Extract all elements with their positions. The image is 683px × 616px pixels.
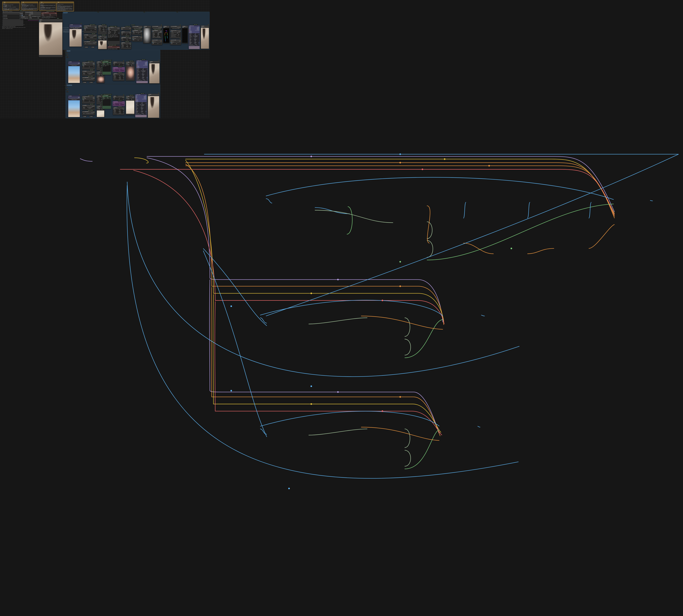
body-dw-pose-input-图像[interactable]: 图像: [152, 31, 154, 32]
checkpoint-loader-collapse-dot-icon[interactable]: [25, 12, 25, 13]
body-da-depth-widget-模型名称[interactable]: ◂ 模型名称depth_anything_vitl14.pth▸: [132, 32, 142, 33]
body-dw-pose-output-dot-图像[interactable]: [162, 31, 162, 32]
body-detailer-input-VAE[interactable]: VAE: [189, 30, 192, 30]
face-load-image[interactable]: 加载图像图像遮罩rom_below1girl_model_action_solo…: [68, 61, 80, 83]
face-gdino-loader-output-G-Dino模型[interactable]: G-Dino模型: [91, 78, 95, 79]
face-detailer-widget-inpaint_model[interactable]: inpaint_modeldisabled: [136, 79, 148, 80]
face-seg-preview-2-output-dot-IMAGE[interactable]: [134, 63, 134, 64]
hands-detailer-input-dot-VAE[interactable]: [135, 99, 136, 99]
body-detailer-output-dot-图像[interactable]: [199, 27, 199, 27]
hands-preview-collapsed[interactable]: 预览图像: [83, 116, 87, 117]
face-gdinosam-widget-阈值[interactable]: ◂ 阈值0.30▸: [82, 67, 95, 67]
widget-toggle-knob[interactable]: [199, 34, 199, 35]
body-anyline-widget-lineart_upper_boun[interactable]: ◂ lineart_upper_bound1.00▸: [171, 35, 181, 35]
reroute-in-dot[interactable]: [65, 85, 65, 86]
hands-gdino-loader-widget-模型名称[interactable]: ◂ 模型名称GroundingDINO_SwinT_OGC (694MB)▸: [82, 113, 95, 114]
body-detailer-widget-羽化[interactable]: ◂ 羽化14▸: [189, 41, 199, 42]
face-seg-preview-1-collapse-dot-icon[interactable]: [97, 72, 98, 72]
body-detailer-widget-noise_mask_feather[interactable]: ◂ noise_mask_feather20▸: [189, 45, 199, 46]
widget-step-arrow-icon[interactable]: ▸: [161, 36, 162, 37]
body-cn-apply-depth-input-dot-ControlNet[interactable]: [132, 38, 133, 39]
hands-gdino-loader[interactable]: segment anythingG-Dino模型加载器G-Dino模型◂ 模型名…: [82, 111, 95, 115]
body-seg-preview-1-widget-alpha_mode[interactable]: alpha_modedisable: [98, 39, 107, 40]
body-gdinosam-input-G-Dino模型[interactable]: G-Dino模型: [84, 27, 88, 28]
face-gdinosam-input-SAM模型[interactable]: SAM模型: [82, 63, 86, 64]
face-gdino-loader-output-dot-G-Dino模型[interactable]: [94, 79, 95, 79]
widget-toggle-knob[interactable]: [147, 80, 147, 80]
body-detailer-input-dot-图像[interactable]: [189, 27, 189, 27]
face-mask-to-seg-2-input-dot-遮罩[interactable]: [113, 74, 114, 75]
widget-step-arrow-icon[interactable]: ▸: [146, 112, 146, 113]
hands-load-image-output-dot-遮罩[interactable]: [79, 98, 80, 98]
hands-detailer-widget-CFG[interactable]: ◂ CFG6.0▸: [135, 107, 147, 108]
body-mask-blur-collapse-dot-icon[interactable]: [121, 37, 122, 38]
widget-toggle-knob[interactable]: [130, 46, 131, 47]
lora-loader-collapse-dot-icon[interactable]: [29, 14, 29, 14]
face-mask-expand-output-遮罩[interactable]: 遮罩: [122, 63, 124, 64]
body-dw-pose[interactable]: ComfyUI's ControlNet Au..DW姿态预处理器图像图像姿态关…: [152, 30, 162, 39]
body-mask-to-seg-2-widget-最小尺寸[interactable]: ◂ 最小尺寸10▸: [121, 47, 131, 47]
body-detailer-widget-调度器[interactable]: ◂ 调度器karras▸: [189, 40, 199, 40]
face-preview-final-collapse-dot-icon[interactable]: [149, 62, 150, 62]
widget-step-arrow-icon[interactable]: ▸: [56, 15, 56, 16]
hands-seg-preview-1-input-Seg[interactable]: Seg: [97, 107, 100, 108]
face-detailer-output-ControlNet图像[interactable]: ControlNet图像: [143, 65, 148, 66]
hands-detailer-widget-随机种[interactable]: ◂ 随机种756797224858905▸: [135, 105, 147, 105]
hands-mask-expand-widget-倒角[interactable]: 倒角true: [113, 99, 124, 100]
hands-seg-preview-2-output-IMAGE[interactable]: IMAGE: [132, 97, 134, 98]
face-detailer-output-裁剪图像[interactable]: 裁剪图像: [143, 62, 148, 63]
body-mask-to-seg-2-input-遮罩[interactable]: 遮罩: [121, 44, 123, 44]
face-load-image-output-图像[interactable]: 图像: [78, 63, 80, 63]
body-detailer-widget-仅生成遮罩[interactable]: 仅生成遮罩enabled: [189, 42, 199, 43]
hands-mask-to-seg-2-widget-最小尺寸[interactable]: ◂ 最小尺寸10▸: [113, 112, 124, 112]
reroute-out-dot[interactable]: [68, 57, 68, 58]
reroute-out-dot[interactable]: [67, 55, 68, 55]
body-detailer-input-CLIP[interactable]: CLIP: [189, 29, 192, 30]
body-mask-blur-input-dot-遮罩[interactable]: [121, 38, 122, 39]
body-cn-apply-canny[interactable]: ControlNet应用条件ControlNet图像条件◂ 强度0.30▸: [170, 39, 181, 45]
body-cn-apply-canny-widget-强度[interactable]: ◂ 强度0.30▸: [171, 43, 181, 44]
reroute-4[interactable]: [86, 61, 88, 62]
body-detailer-input-dot-Seg[interactable]: [189, 27, 189, 28]
body-detailer-output-图像[interactable]: 图像: [195, 27, 199, 27]
face-seg-preview-1-input-Seg[interactable]: Seg: [97, 73, 100, 73]
hands-load-image-output-遮罩[interactable]: 遮罩: [78, 97, 80, 98]
body-sam-loader-widget-设备模式[interactable]: ◂ 设备模式Prefer GPU▸: [84, 38, 97, 38]
body-cn-loader-canny-widget-control_v11p_sd15_[interactable]: control_v11p_sd15_canny.pth▸: [171, 28, 181, 29]
hands-detailer-output-dot-图像[interactable]: [146, 95, 147, 96]
body-preview-final[interactable]: 预览图像图像: [200, 25, 209, 49]
body-mask-expand-collapse-dot-icon[interactable]: [121, 32, 122, 32]
face-detailer-input-负面条件[interactable]: 负面条件: [136, 66, 139, 67]
face-detailer-input-细化约束[interactable]: 细化约束: [136, 67, 139, 68]
widget-step-arrow-icon[interactable]: ▸: [147, 75, 147, 76]
body-dw-pose-output-姿态关键点[interactable]: 姿态关键点: [158, 32, 162, 33]
group-toggle-enable-face[interactable]: Enable FACEyes→: [3, 16, 23, 18]
widget-step-arrow-icon[interactable]: ▸: [106, 28, 106, 29]
hands-detailer-input-dot-CLIP[interactable]: [135, 98, 136, 98]
fast-groups-bypasser[interactable]: rgthree可选连接Enable BODYyes→Enable FACEyes…: [2, 12, 23, 26]
body-detailer-widget-引导目标[interactable]: 引导目标bbox: [189, 34, 199, 35]
face-mask-blur-output-遮罩[interactable]: 遮罩: [122, 69, 124, 69]
widget-step-arrow-icon[interactable]: ▸: [147, 76, 147, 77]
hands-detailer-output-裁剪图像[interactable]: 裁剪图像: [142, 96, 147, 97]
widget-step-arrow-icon[interactable]: ▸: [142, 33, 142, 34]
face-detailer-input-Seg[interactable]: Seg: [136, 62, 139, 63]
hands-sam-loader-widget-设备模式[interactable]: ◂ 设备模式Prefer GPU▸: [82, 108, 95, 109]
hands-seg-preview-2-widget-min_alpha[interactable]: ◂ min_alpha0.20▸: [126, 100, 134, 101]
reroute-in-dot[interactable]: [66, 55, 66, 55]
body-mask-to-seg-1-widget-最小尺寸[interactable]: ◂ 最小尺寸10▸: [98, 30, 107, 30]
hands-detailer-widget-运行后操作[interactable]: ◂ 运行后操作randomize▸: [135, 105, 147, 106]
body-mask-expand-output-dot-遮罩[interactable]: [131, 33, 131, 33]
widget-step-arrow-icon[interactable]: ▸: [199, 44, 199, 44]
reroute-in-dot[interactable]: [144, 12, 144, 12]
reroute-16[interactable]: [66, 91, 69, 92]
widget-step-arrow-icon[interactable]: ▸: [146, 106, 146, 107]
body-anyline-widget-lineart_lower_boun[interactable]: ◂ lineart_lower_bound0.00▸: [171, 34, 181, 35]
face-gdino-loader-widget-模型名称[interactable]: ◂ 模型名称GroundingDINO_SwinT_OGC (694MB)▸: [82, 79, 95, 80]
body-detailer-input-dot-负面条件[interactable]: [189, 32, 189, 32]
body-cn-apply-canny-collapse-dot-icon[interactable]: [171, 40, 171, 40]
body-seg-preview-1-input-Seg[interactable]: Seg: [98, 37, 101, 38]
reroute-13[interactable]: [64, 85, 67, 86]
widget-step-arrow-icon[interactable]: ▸: [142, 40, 142, 40]
hands-gdinosam[interactable]: segment anythingG-DinoSAM语义分割SAM模型G-Dino…: [82, 96, 95, 104]
